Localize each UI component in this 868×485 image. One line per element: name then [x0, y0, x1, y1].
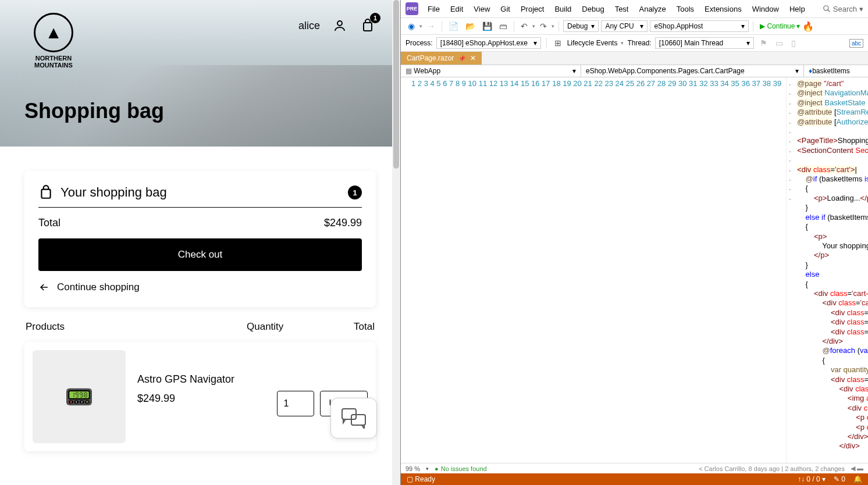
- menu-test[interactable]: Test: [610, 3, 634, 15]
- frame-icon[interactable]: ▯: [789, 37, 798, 49]
- menu-analyze[interactable]: Analyze: [634, 3, 670, 15]
- menu-tools[interactable]: Tools: [672, 3, 699, 15]
- back-button[interactable]: ◉: [405, 20, 417, 32]
- scrollbar-thumb[interactable]: [393, 0, 399, 169]
- editor-tab-bar: CartPage.razor 📌 ✕: [401, 52, 868, 65]
- status-ready: ▢ Ready: [407, 475, 435, 483]
- brand-text-2: MOUNTAINS: [34, 62, 73, 69]
- vs-status-bar: ▢ Ready ↑↓ 0 / 0 ▾ ✎ 0 🔔: [401, 473, 868, 485]
- scrollbar-track[interactable]: [392, 0, 400, 485]
- editor-tab-cartpage[interactable]: CartPage.razor 📌 ✕: [401, 52, 482, 65]
- forward-button[interactable]: →: [425, 20, 437, 32]
- search-label: Search: [833, 5, 857, 13]
- username-label: alice: [298, 20, 320, 32]
- thread-dropdown[interactable]: [10660] Main Thread▾: [655, 37, 754, 49]
- issues-indicator[interactable]: ● No issues found: [435, 465, 487, 472]
- cart-icon[interactable]: 1: [360, 17, 376, 34]
- navigation-bar: ▦ WebApp▾ eShop.WebApp.Components.Pages.…: [401, 65, 868, 77]
- redo-button[interactable]: ↷: [538, 20, 549, 32]
- page-title: Shopping bag: [24, 99, 164, 123]
- menu-project[interactable]: Project: [516, 3, 549, 15]
- svg-rect-1: [364, 23, 372, 31]
- product-price: $249.99: [137, 393, 265, 405]
- col-total: Total: [328, 321, 375, 333]
- cart-count-badge: 1: [370, 13, 380, 23]
- svg-point-0: [337, 21, 342, 26]
- menu-build[interactable]: Build: [550, 3, 576, 15]
- menu-extensions[interactable]: Extensions: [700, 3, 746, 15]
- search-icon: [823, 5, 831, 13]
- editor-status-line: 99 %▾ ● No issues found < Carlos Carrill…: [401, 463, 868, 473]
- svg-point-5: [824, 6, 828, 10]
- lifecycle-icon[interactable]: ⊞: [552, 37, 564, 49]
- continue-button[interactable]: ▶ Continue ▾: [760, 22, 800, 30]
- items-column-header: Products Quantity Total: [24, 321, 376, 333]
- vs-toolbar-debug: Process: [18480] eShop.AppHost.exe▾ ⊞ Li…: [401, 35, 868, 52]
- nav-member-dropdown[interactable]: ♦basketItems: [804, 65, 868, 77]
- total-value: $249.99: [324, 217, 362, 229]
- stack-icon[interactable]: ▭: [773, 37, 785, 49]
- menu-debug[interactable]: Debug: [577, 3, 609, 15]
- account-icon[interactable]: [332, 17, 348, 34]
- quantity-input[interactable]: [277, 391, 314, 416]
- config-dropdown[interactable]: Debug▾: [563, 20, 599, 32]
- status-errors[interactable]: ✎ 0: [834, 475, 845, 483]
- menu-file[interactable]: File: [423, 3, 444, 15]
- cart-item-row: 📟 Astro GPS Navigator $249.99 Update: [24, 342, 376, 451]
- line-number-gutter: 1 2 3 4 5 6 7 8 9 10 11 12 13 14 15 16 1…: [401, 77, 787, 463]
- bag-icon: [38, 185, 54, 200]
- new-button[interactable]: 📄: [446, 20, 461, 32]
- col-products: Products: [26, 321, 247, 333]
- card-heading: Your shopping bag: [61, 185, 167, 200]
- vs-logo-icon[interactable]: PRE: [405, 2, 418, 15]
- open-button[interactable]: 📂: [463, 20, 478, 32]
- brand-text-1: NORTHERN: [35, 55, 72, 62]
- visual-studio-pane: PRE File Edit View Git Project Build Deb…: [400, 0, 868, 485]
- product-name: Astro GPS Navigator: [137, 373, 265, 386]
- process-dropdown[interactable]: [18480] eShop.AppHost.exe▾: [436, 37, 541, 49]
- save-all-button[interactable]: 🗃: [497, 20, 510, 32]
- summary-card: Your shopping bag 1 Total $249.99 Check …: [24, 171, 376, 307]
- total-label: Total: [38, 217, 61, 229]
- continue-shopping-link[interactable]: Continue shopping: [38, 281, 362, 293]
- item-count-badge: 1: [348, 186, 362, 199]
- status-bell-icon[interactable]: 🔔: [853, 475, 862, 483]
- product-image: 📟: [33, 350, 126, 443]
- hot-reload-icon[interactable]: 🔥: [802, 21, 814, 32]
- search-box[interactable]: Search▾: [823, 5, 863, 13]
- checkout-button[interactable]: Check out: [38, 238, 362, 271]
- undo-button[interactable]: ↶: [518, 20, 530, 32]
- status-nav[interactable]: ↑↓ 0 / 0 ▾: [798, 475, 826, 483]
- menu-help[interactable]: Help: [785, 3, 810, 15]
- arrow-left-icon: [38, 281, 50, 293]
- startup-dropdown[interactable]: eShop.AppHost▾: [650, 20, 749, 32]
- menu-view[interactable]: View: [469, 3, 495, 15]
- tab-label: CartPage.razor: [407, 54, 454, 62]
- blame-info[interactable]: < Carlos Carrillo, 8 days ago | 2 author…: [699, 465, 845, 472]
- close-tab-icon[interactable]: ✕: [470, 54, 476, 62]
- menu-window[interactable]: Window: [748, 3, 784, 15]
- hero-banner: ▲ NORTHERN MOUNTAINS alice 1 Shopping ba…: [0, 0, 400, 147]
- nav-class-dropdown[interactable]: eShop.WebApp.Components.Pages.Cart.CartP…: [581, 65, 804, 77]
- card-header: Your shopping bag 1: [38, 185, 362, 208]
- abc-button[interactable]: abc: [849, 39, 863, 48]
- process-label: Process:: [405, 39, 433, 47]
- pin-icon[interactable]: 📌: [458, 55, 465, 62]
- header-actions: alice 1: [298, 17, 376, 34]
- lifecycle-label[interactable]: Lifecycle Events: [567, 39, 618, 47]
- continue-label: Continue shopping: [57, 281, 140, 293]
- code-area[interactable]: @page "/cart" @inject NavigationManager …: [794, 77, 868, 463]
- chat-widget-button[interactable]: [330, 398, 377, 438]
- fold-gutter[interactable]: ⌄ ⌄ ⌄ ⌄ ⌄ ⌄ ⌄ ⌄ ⌄ ⌄ ⌄ ⌄ ⌄: [787, 77, 794, 463]
- menu-edit[interactable]: Edit: [446, 3, 468, 15]
- save-button[interactable]: 💾: [480, 20, 495, 32]
- nav-project-dropdown[interactable]: ▦ WebApp▾: [401, 65, 581, 77]
- code-editor[interactable]: 1 2 3 4 5 6 7 8 9 10 11 12 13 14 15 16 1…: [401, 77, 868, 463]
- total-row: Total $249.99: [38, 217, 362, 229]
- thread-label: Thread:: [627, 39, 651, 47]
- menu-git[interactable]: Git: [496, 3, 515, 15]
- platform-dropdown[interactable]: Any CPU▾: [601, 20, 648, 32]
- brand-logo[interactable]: ▲ NORTHERN MOUNTAINS: [24, 12, 83, 70]
- zoom-level[interactable]: 99 %: [405, 465, 420, 472]
- flag-icon[interactable]: ⚑: [757, 37, 770, 49]
